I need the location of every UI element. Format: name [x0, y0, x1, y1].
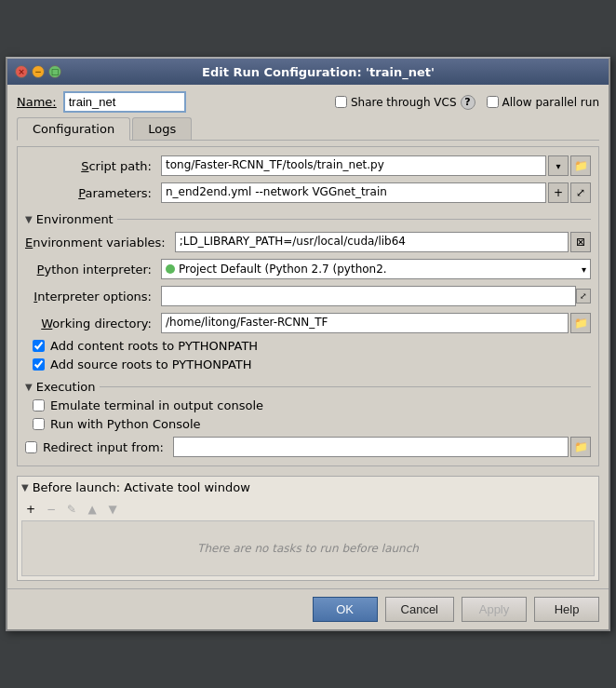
- name-input[interactable]: [64, 92, 185, 112]
- emulate-terminal-row: Emulate terminal in output console: [25, 398, 591, 412]
- run-py-console-row: Run with Python Console: [25, 417, 591, 431]
- launch-down-btn[interactable]: ▼: [103, 500, 122, 519]
- parameters-input-wrap: n_end2end.yml --network VGGnet_train + ⤢: [161, 182, 591, 203]
- script-path-input-wrap: tong/Faster-RCNN_TF/tools/train_net.py ▾…: [161, 155, 591, 176]
- run-py-console-label: Run with Python Console: [50, 417, 201, 431]
- python-interp-input-wrap: Project Default (Python 2.7 (python2. ▾: [161, 259, 591, 279]
- share-vcs-wrap: Share through VCS ?: [335, 95, 475, 110]
- script-path-row: Script path: tong/Faster-RCNN_TF/tools/t…: [25, 155, 591, 177]
- working-dir-browse-btn[interactable]: 📁: [570, 313, 591, 333]
- share-help-icon[interactable]: ?: [461, 95, 475, 110]
- python-interp-select[interactable]: Project Default (Python 2.7 (python2. ▾: [161, 259, 591, 279]
- add-content-roots-checkbox[interactable]: [33, 340, 45, 352]
- redirect-input-row: Redirect input from: 📁: [25, 436, 591, 458]
- launch-add-btn[interactable]: +: [21, 500, 40, 519]
- interp-options-label: Interpreter options:: [25, 290, 155, 304]
- interp-options-expand-btn[interactable]: ⤢: [576, 289, 591, 304]
- share-vcs-checkbox[interactable]: [335, 96, 347, 108]
- python-status-dot: [166, 264, 175, 274]
- close-button[interactable]: ×: [15, 65, 28, 78]
- parallel-run-wrap: Allow parallel run: [487, 96, 599, 109]
- dialog-title: Edit Run Configuration: 'train_net': [67, 65, 569, 79]
- name-row: Name: Share through VCS ? Allow parallel…: [17, 92, 599, 112]
- help-button[interactable]: Help: [534, 597, 599, 622]
- python-interp-arrow: ▾: [582, 264, 586, 275]
- before-launch-section: ▼ Before launch: Activate tool window + …: [17, 476, 599, 581]
- script-path-dropdown-btn[interactable]: ▾: [548, 155, 569, 176]
- tab-logs[interactable]: Logs: [132, 117, 192, 140]
- env-vars-row: Environment variables: ;LD_LIBRARY_PATH=…: [25, 231, 591, 253]
- dialog-body: Name: Share through VCS ? Allow parallel…: [7, 85, 609, 588]
- name-right-options: Share through VCS ? Allow parallel run: [335, 95, 599, 110]
- launch-edit-btn[interactable]: ✎: [62, 500, 81, 519]
- working-dir-row: Working directory: /home/litong/Faster-R…: [25, 312, 591, 334]
- script-path-input[interactable]: tong/Faster-RCNN_TF/tools/train_net.py: [161, 155, 546, 176]
- script-path-browse-btn[interactable]: 📁: [570, 155, 591, 176]
- launch-remove-btn[interactable]: −: [42, 500, 60, 519]
- title-bar: × − □ Edit Run Configuration: 'train_net…: [7, 59, 609, 85]
- env-vars-clear-btn[interactable]: ⊠: [570, 232, 591, 252]
- add-source-roots-checkbox[interactable]: [33, 358, 45, 371]
- python-interp-row: Python interpreter: Project Default (Pyt…: [25, 258, 591, 280]
- minimize-button[interactable]: −: [32, 65, 45, 78]
- environment-toggle[interactable]: ▼: [25, 214, 33, 224]
- emulate-terminal-label: Emulate terminal in output console: [50, 398, 263, 412]
- interp-options-input-wrap: ⤢: [161, 286, 591, 306]
- redirect-input-checkbox[interactable]: [25, 441, 37, 453]
- launch-up-btn[interactable]: ▲: [83, 500, 101, 519]
- apply-button[interactable]: Apply: [462, 597, 527, 622]
- redirect-input-field-wrap: 📁: [173, 437, 591, 457]
- before-launch-toggle[interactable]: ▼: [21, 482, 29, 492]
- execution-line: [100, 386, 592, 387]
- parameters-input[interactable]: n_end2end.yml --network VGGnet_train: [161, 182, 546, 203]
- python-interp-label: Python interpreter:: [25, 263, 155, 277]
- bottom-buttons: OK Cancel Apply Help: [7, 588, 609, 629]
- redirect-input-label: Redirect input from:: [43, 440, 164, 454]
- parameters-row: Parameters: n_end2end.yml --network VGGn…: [25, 182, 591, 204]
- redirect-input-field[interactable]: [173, 437, 569, 457]
- script-path-label: Script path:: [25, 159, 155, 173]
- parallel-run-label: Allow parallel run: [502, 96, 599, 109]
- interp-options-input[interactable]: [161, 286, 576, 306]
- ok-button[interactable]: OK: [313, 597, 378, 622]
- dialog: × − □ Edit Run Configuration: 'train_net…: [6, 57, 610, 631]
- interp-options-row: Interpreter options: ⤢: [25, 285, 591, 307]
- before-launch-header: ▼ Before launch: Activate tool window: [21, 480, 595, 494]
- working-dir-input-wrap: /home/litong/Faster-RCNN_TF 📁: [161, 313, 591, 333]
- working-dir-label: Working directory:: [25, 317, 155, 331]
- parallel-run-checkbox[interactable]: [487, 96, 499, 108]
- name-label: Name:: [17, 95, 57, 109]
- parameters-label: Parameters:: [25, 186, 155, 200]
- environment-line: [117, 219, 591, 220]
- env-vars-label: Environment variables:: [25, 236, 169, 250]
- cancel-button[interactable]: Cancel: [385, 597, 454, 622]
- add-content-roots-row: Add content roots to PYTHONPATH: [25, 339, 591, 353]
- redirect-input-browse-btn[interactable]: 📁: [570, 437, 591, 457]
- parameters-expand-btn[interactable]: +: [548, 182, 569, 203]
- python-interp-value: Project Default (Python 2.7 (python2.: [179, 263, 582, 276]
- launch-toolbar: + − ✎ ▲ ▼: [21, 498, 595, 520]
- execution-section-header: ▼ Execution: [25, 380, 591, 394]
- window-controls: × − □: [15, 65, 61, 78]
- share-vcs-label: Share through VCS: [351, 96, 457, 109]
- run-py-console-checkbox[interactable]: [33, 418, 45, 430]
- maximize-button[interactable]: □: [48, 65, 61, 78]
- add-content-roots-label: Add content roots to PYTHONPATH: [50, 339, 258, 353]
- launch-empty-message: There are no tasks to run before launch: [21, 520, 595, 576]
- working-dir-input[interactable]: /home/litong/Faster-RCNN_TF: [161, 313, 569, 333]
- redirect-input-wrap: Redirect input from:: [25, 440, 164, 454]
- parameters-browse-btn[interactable]: ⤢: [570, 182, 591, 203]
- env-vars-input[interactable]: ;LD_LIBRARY_PATH=/usr/local/cuda/lib64: [175, 232, 569, 252]
- execution-label: Execution: [36, 380, 96, 394]
- execution-toggle[interactable]: ▼: [25, 382, 33, 392]
- tab-bar: Configuration Logs: [17, 117, 599, 141]
- env-vars-input-wrap: ;LD_LIBRARY_PATH=/usr/local/cuda/lib64 ⊠: [175, 232, 591, 252]
- before-launch-label: Before launch: Activate tool window: [33, 480, 250, 494]
- environment-label: Environment: [36, 212, 114, 226]
- emulate-terminal-checkbox[interactable]: [33, 399, 45, 411]
- config-panel: Script path: tong/Faster-RCNN_TF/tools/t…: [17, 146, 599, 466]
- add-source-roots-row: Add source roots to PYTHONPATH: [25, 357, 591, 371]
- environment-section-header: ▼ Environment: [25, 212, 591, 226]
- tab-configuration[interactable]: Configuration: [17, 117, 130, 141]
- add-source-roots-label: Add source roots to PYTHONPATH: [50, 357, 252, 371]
